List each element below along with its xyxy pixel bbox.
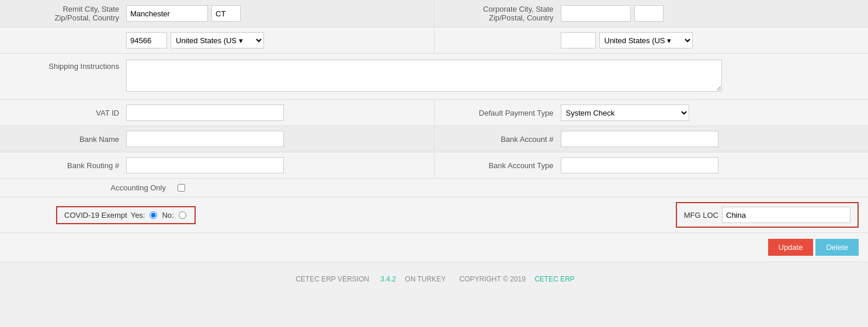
update-button[interactable]: Update: [768, 239, 814, 256]
covid-no-radio[interactable]: [179, 211, 186, 219]
bank-routing-inputs: [126, 157, 425, 173]
bank-routing-input[interactable]: [126, 157, 284, 173]
bank-routing-label: Bank Routing #: [9, 161, 126, 170]
covid-no-label: No:: [162, 211, 173, 220]
button-row: Update Delete: [0, 233, 868, 262]
mfg-loc-input[interactable]: [722, 207, 850, 223]
vat-label: VAT ID: [9, 109, 126, 117]
remit-city-input[interactable]: [126, 5, 208, 22]
bank-name-label: Bank Name: [9, 135, 126, 144]
footer-version: 3.4.2: [380, 275, 396, 283]
corporate-country-select[interactable]: United States (US ▾ Canada Mexico: [599, 32, 693, 48]
remit-corporate-zip-country-row: United States (US ▾ Canada Mexico United…: [0, 27, 868, 54]
corporate-state-input[interactable]: [634, 5, 664, 22]
shipping-instructions-row: Shipping Instructions: [0, 54, 868, 100]
bank-account-label: Bank Account #: [444, 135, 561, 144]
footer: CETEC ERP VERSION 3.4.2 ON TURKEY COPYRI…: [0, 267, 868, 291]
remit-zip-country-inputs: United States (US ▾ Canada Mexico: [126, 32, 425, 48]
delete-button[interactable]: Delete: [815, 239, 859, 256]
corporate-label: Corporate City, State Zip/Postal, Countr…: [444, 5, 561, 22]
bank-routing-half: Bank Routing #: [0, 152, 435, 178]
bank-account-input[interactable]: [561, 131, 718, 147]
footer-copyright: COPYRIGHT © 2019: [459, 275, 525, 283]
bank-name-inputs: [126, 131, 425, 147]
vat-half: VAT ID: [0, 100, 435, 126]
bank-account-type-inputs: [561, 157, 859, 173]
covid-yes-label: Yes:: [131, 211, 145, 220]
accounting-only-row: Accounting Only: [0, 179, 868, 197]
remit-city-state-inputs: [126, 5, 425, 22]
bank-account-type-label: Bank Account Type: [444, 161, 561, 170]
corporate-zip-input[interactable]: [561, 32, 596, 48]
footer-cetec-erp-version: CETEC ERP VERSION: [296, 275, 369, 283]
vat-input[interactable]: [126, 105, 284, 121]
covid-exempt-box: COVID-19 Exempt Yes: No:: [56, 206, 196, 224]
corporate-zip-country-half: United States (US ▾ Canada Mexico: [435, 27, 869, 53]
footer-cetec-erp-link[interactable]: CETEC ERP: [534, 275, 575, 283]
payment-inputs: System Check Credit Card Wire Transfer A…: [561, 105, 859, 121]
bank-account-half: Bank Account #: [435, 126, 869, 152]
bank-routing-type-row: Bank Routing # Bank Account Type: [0, 152, 868, 179]
corporate-city-state-half: Corporate City, State Zip/Postal, Countr…: [435, 0, 869, 27]
covid-yes-radio[interactable]: [150, 211, 157, 219]
vat-payment-row: VAT ID Default Payment Type System Check…: [0, 100, 868, 126]
corporate-city-input[interactable]: [561, 5, 631, 22]
corporate-city-state-inputs: [561, 5, 859, 22]
bank-name-account-row: Bank Name Bank Account #: [0, 126, 868, 152]
vat-inputs: [126, 105, 425, 121]
remit-zip-input[interactable]: [126, 32, 167, 48]
accounting-only-checkbox[interactable]: [178, 184, 185, 192]
remit-zip-country-half: United States (US ▾ Canada Mexico: [0, 27, 435, 53]
remit-corporate-city-state-row: Remit City, State Zip/Postal, Country Co…: [0, 0, 868, 27]
corporate-zip-country-inputs: United States (US ▾ Canada Mexico: [561, 32, 859, 48]
mfg-loc-label: MFG LOC: [684, 211, 718, 220]
remit-state-input[interactable]: [211, 5, 241, 22]
remit-label: Remit City, State Zip/Postal, Country: [9, 5, 126, 22]
bank-account-type-half: Bank Account Type: [435, 152, 869, 178]
payment-type-select[interactable]: System Check Credit Card Wire Transfer A…: [561, 105, 689, 121]
bank-name-input[interactable]: [126, 131, 284, 147]
remit-city-state-half: Remit City, State Zip/Postal, Country: [0, 0, 435, 27]
payment-half: Default Payment Type System Check Credit…: [435, 100, 869, 126]
covid-label: COVID-19 Exempt: [64, 211, 127, 220]
shipping-input-container: [126, 60, 722, 93]
bank-name-half: Bank Name: [0, 126, 435, 152]
bank-account-inputs: [561, 131, 859, 147]
mfg-loc-box: MFG LOC: [676, 202, 859, 228]
remit-country-select[interactable]: United States (US ▾ Canada Mexico: [171, 32, 264, 48]
payment-label: Default Payment Type: [444, 109, 561, 117]
covid-mfg-row: COVID-19 Exempt Yes: No: MFG LOC: [0, 197, 868, 233]
shipping-instructions-textarea[interactable]: [126, 60, 722, 92]
bank-account-type-input[interactable]: [561, 157, 718, 173]
accounting-only-label: Accounting Only: [56, 183, 173, 192]
shipping-label: Shipping Instructions: [9, 60, 126, 71]
footer-on-turkey: ON TURKEY: [402, 275, 448, 283]
